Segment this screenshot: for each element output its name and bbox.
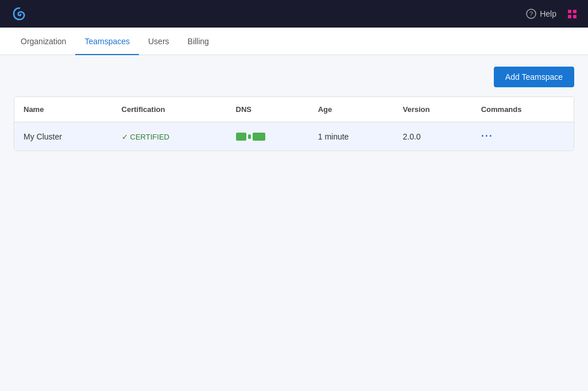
col-header-certification: Certification <box>113 97 227 122</box>
logo-icon <box>11 6 28 22</box>
dns-bar-3 <box>253 133 265 141</box>
add-teamspace-button[interactable]: Add Teamspace <box>494 67 574 87</box>
help-label: Help <box>540 9 556 18</box>
app-logo <box>11 6 28 22</box>
help-circle-icon: ? <box>526 9 536 19</box>
certified-label: CERTIFIED <box>130 133 169 141</box>
header-right: ? Help <box>526 9 577 19</box>
cell-commands: ··· <box>472 122 574 151</box>
check-icon: ✓ <box>122 133 128 141</box>
dns-bar-1 <box>236 133 246 141</box>
main-content: Add Teamspace Name Certification DNS Age… <box>0 55 588 162</box>
help-button[interactable]: ? Help <box>526 9 556 19</box>
teamspaces-table-container: Name Certification DNS Age Version Comma… <box>14 96 574 151</box>
main-nav: Organization Teamspaces Users Billing <box>0 28 588 55</box>
cell-certification: ✓ CERTIFIED <box>113 122 227 151</box>
nav-item-teamspaces[interactable]: Teamspaces <box>75 28 139 55</box>
teamspaces-table: Name Certification DNS Age Version Comma… <box>14 97 574 150</box>
app-header: ? Help <box>0 0 588 28</box>
menu-icon[interactable] <box>568 10 577 18</box>
svg-text:?: ? <box>529 10 533 17</box>
certified-badge: ✓ CERTIFIED <box>122 133 169 141</box>
cell-name: My Cluster <box>14 122 113 151</box>
cell-version: 2.0.0 <box>394 122 472 151</box>
table-row: My Cluster ✓ CERTIFIED <box>14 122 574 151</box>
col-header-age: Age <box>309 97 394 122</box>
col-header-commands: Commands <box>472 97 574 122</box>
nav-item-organization[interactable]: Organization <box>11 28 75 55</box>
dns-bars <box>236 133 300 141</box>
col-header-version: Version <box>394 97 472 122</box>
dns-bar-2 <box>248 134 251 139</box>
nav-item-users[interactable]: Users <box>139 28 179 55</box>
col-header-name: Name <box>14 97 113 122</box>
commands-button[interactable]: ··· <box>481 130 493 142</box>
cell-age: 1 minute <box>309 122 394 151</box>
col-header-dns: DNS <box>227 97 309 122</box>
cell-dns <box>227 122 309 151</box>
toolbar: Add Teamspace <box>14 67 574 87</box>
nav-item-billing[interactable]: Billing <box>179 28 218 55</box>
table-header-row: Name Certification DNS Age Version Comma… <box>14 97 574 122</box>
